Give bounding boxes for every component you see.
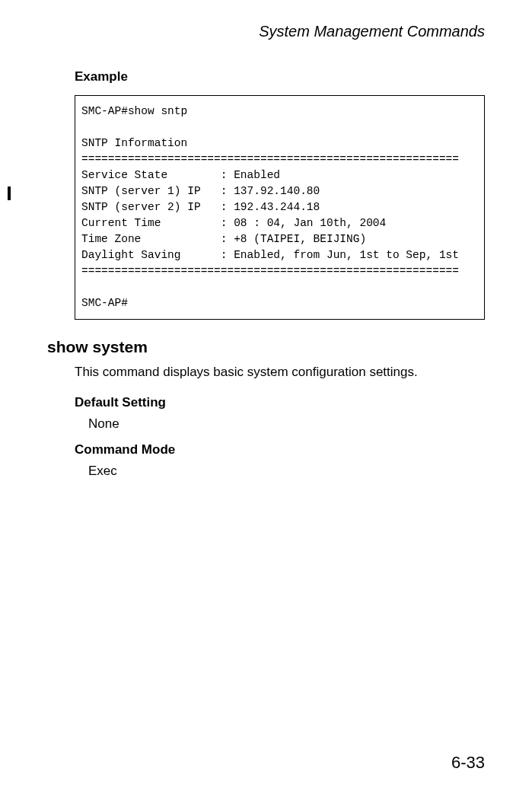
page-header: System Management Commands — [0, 0, 532, 40]
command-mode-label: Command Mode — [75, 442, 485, 457]
default-setting-label: Default Setting — [75, 395, 485, 410]
change-bar — [8, 186, 11, 200]
command-mode-value: Exec — [88, 464, 485, 479]
default-setting-value: None — [88, 416, 485, 432]
section-description: This command displays basic system confi… — [75, 364, 485, 381]
code-example: SMC-AP#show sntp SNTP Information ======… — [75, 95, 485, 320]
example-heading: Example — [75, 69, 485, 84]
main-content: Example SMC-AP#show sntp SNTP Informatio… — [0, 40, 532, 479]
page-number: 6-33 — [451, 753, 485, 773]
section-title: show system — [47, 338, 485, 356]
